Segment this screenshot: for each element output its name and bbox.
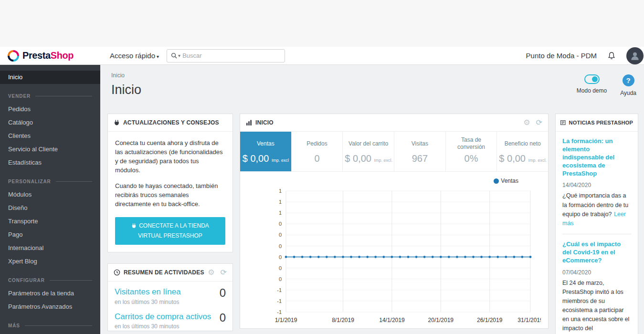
prestashop-logo-icon [8,50,19,62]
updates-paragraph-1: Conecta tu cuenta ahora y disfruta de la… [115,139,225,175]
svg-text:20/1/2019: 20/1/2019 [428,317,454,324]
sidebar-item-transporte[interactable]: Transporte [0,215,100,228]
help-label: Ayuda [620,90,636,96]
svg-text:1: 1 [279,210,282,216]
updates-panel: ACTUALIZACIONES Y CONSEJOS Conecta tu cu… [107,114,233,252]
sidebar-item-pedidos[interactable]: Pedidos [0,103,100,116]
refresh-icon[interactable]: ⟳ [221,269,227,276]
metric-tab-beneficio-neto[interactable]: Beneficio neto $ 0,00 Imp. excl. [497,132,548,171]
svg-text:1: 1 [279,188,282,194]
demo-mode-label: Modo demo [577,87,607,94]
sidebar-item-inicio[interactable]: Inicio [0,71,100,84]
updates-paragraph-2: Cuando te hayas conectado, también recib… [115,182,225,209]
header-right: Punto de Moda - PDM [526,47,644,64]
sidebar-nav: Inicio VENDER Pedidos Catálogo Clientes … [0,65,100,334]
shop-name-link[interactable]: Punto de Moda - PDM [526,52,597,60]
demo-mode-toggle[interactable]: Modo demo [577,74,607,96]
news-article-title-link[interactable]: ¿Cuál es el impacto del Covid-19 en el e… [562,240,631,265]
online-visitors-subtitle: en los últimos 30 minutos [115,299,216,305]
legend-label: Ventas [501,177,518,184]
breadcrumb[interactable]: Inicio [111,72,125,79]
bar-chart-icon [246,120,252,126]
active-carts-link[interactable]: Carritos de compra activos [115,312,216,322]
section-divider [50,280,92,281]
svg-text:-1: -1 [277,298,282,304]
section-title: PERSONALIZAR [8,179,51,184]
svg-text:8/1/2019: 8/1/2019 [332,317,354,324]
page-title: Inicio [111,83,637,97]
toggle-on-icon[interactable] [584,74,600,84]
sidebar-item-catalogo[interactable]: Catálogo [0,116,100,129]
quick-access-dropdown[interactable]: Acceso rápido▾ [110,52,159,60]
help-button[interactable]: ? Ayuda [620,74,636,96]
sidebar-item-diseno[interactable]: Diseño [0,201,100,215]
sidebar-item-clientes[interactable]: Clientes [0,129,100,143]
sidebar-section-personalizar: PERSONALIZAR [0,179,100,184]
search-bar[interactable]: ▾ [167,49,285,63]
svg-text:0: 0 [279,265,282,271]
svg-text:1: 1 [279,199,282,205]
svg-text:0: 0 [279,276,282,282]
section-title: VENDER [8,94,31,99]
svg-text:26/1/2019: 26/1/2019 [477,317,503,324]
clock-icon [114,269,120,276]
metric-tab-valor-carrito[interactable]: Valor del carrito $ 0,00 Imp. excl. [343,132,394,171]
online-visitors-link[interactable]: Visitantes en línea [115,287,216,297]
metric-tab-pedidos[interactable]: Pedidos 0 [292,132,343,171]
sidebar-item-parametros-tienda[interactable]: Parámetros de la tienda [0,287,100,300]
sidebar-item-modulos[interactable]: Módulos [0,188,100,201]
news-article: La formación: un elemento indispensable … [562,137,631,228]
refresh-icon[interactable]: ⟳ [536,119,542,126]
page-head-actions: Modo demo ? Ayuda [577,74,636,96]
search-scope-chevron-icon[interactable]: ▾ [178,53,180,58]
metric-tab-tasa-conversion[interactable]: Tasa de conversión 0% [446,132,497,171]
metric-tab-ventas[interactable]: Ventas $ 0,00 Imp. excl [240,132,292,171]
gear-icon[interactable]: ⚙ [208,269,214,276]
news-article: ¿Cuál es el impacto del Covid-19 en el e… [562,240,631,334]
person-icon [630,51,640,61]
connect-store-button[interactable]: CONECTATE A LA TIENDA VIRTUAL PRESTASHOP [115,217,225,245]
logo-text: PrestaShop [22,50,74,61]
sidebar-section-vender: VENDER [0,94,100,99]
news-panel-title: NOTICIAS PRESTASHOP [569,120,633,125]
svg-text:0: 0 [279,254,282,260]
news-article-excerpt: El 24 de marzo, PrestaShop invitó a los … [562,280,629,334]
news-article-title-link[interactable]: La formación: un elemento indispensable … [562,137,631,177]
connect-plug-icon [131,222,137,231]
page-head: Inicio Inicio Modo demo ? Ayuda [100,65,644,97]
section-divider [56,181,92,182]
activity-item-carts: Carritos de compra activos en los último… [108,306,232,331]
sidebar-item-xpert-blog[interactable]: Xpert Blog [0,255,100,268]
legend-dot-icon [494,178,499,184]
help-icon[interactable]: ? [623,74,634,86]
sidebar-item-internacional[interactable]: Internacional [0,241,100,255]
svg-text:0: 0 [279,221,282,227]
notifications-bell-icon[interactable] [607,52,616,60]
gear-icon[interactable]: ⚙ [523,119,530,126]
section-divider [35,96,92,96]
news-panel: NOTICIAS PRESTASHOP La formación: un ele… [555,114,638,334]
sidebar-item-servicio-al-cliente[interactable]: Servicio al Cliente [0,143,100,156]
user-avatar[interactable] [626,47,644,64]
sidebar-item-parametros-avanzados[interactable]: Parámetros Avanzados [0,300,100,313]
svg-text:0: 0 [279,232,282,238]
search-input[interactable] [182,52,281,59]
news-article-date: 14/04/2020 [562,182,631,188]
updates-panel-title: ACTUALIZACIONES Y CONSEJOS [123,119,219,126]
metric-tab-visitas[interactable]: Visitas 967 [394,132,446,171]
sidebar-item-pago[interactable]: Pago [0,228,100,241]
plug-icon [114,120,120,126]
svg-text:14/1/2019: 14/1/2019 [379,317,405,324]
prestashop-logo[interactable]: PrestaShop [0,50,100,62]
svg-text:-1: -1 [277,309,282,315]
sidebar-item-estadisticas[interactable]: Estadísticas [0,156,100,169]
dashboard-panel-title: INICIO [255,119,274,126]
chevron-down-icon: ▾ [157,54,159,59]
svg-text:31/1/2019: 31/1/2019 [517,317,541,324]
sidebar-section-mas: MÁS [0,323,100,328]
online-visitors-count: 0 [220,287,226,305]
news-article-date: 07/04/2020 [562,269,631,276]
chart-legend[interactable]: Ventas [240,177,548,184]
sales-chart: 111000000-1-1-11/1/20198/1/201914/1/2019… [240,185,541,328]
search-icon[interactable] [171,52,177,59]
